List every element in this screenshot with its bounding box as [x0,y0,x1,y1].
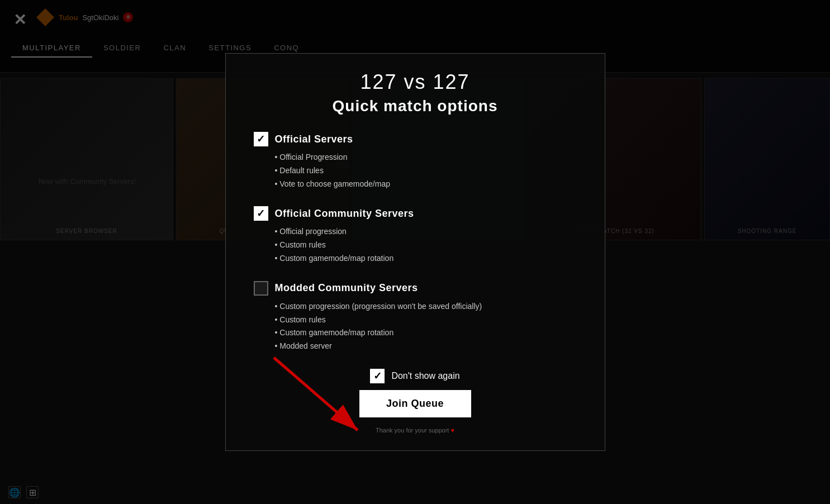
community-bullet-2: Custom rules [275,239,577,252]
official-servers-title: Official Servers [275,134,353,145]
thank-you-text: Thank you for your support ♥ [376,427,454,434]
official-bullet-1: Official Progression [275,151,577,164]
modal-bottom: Don't show again Join Queue Thank you fo… [254,369,577,434]
modded-community-header: Modded Community Servers [254,281,577,296]
official-community-checkbox[interactable] [254,206,268,221]
modded-bullet-1: Custom progression (progression won't be… [275,300,577,313]
modded-bullet-4: Modded server [275,340,577,353]
community-bullet-3: Custom gamemode/map rotation [275,252,577,265]
modded-community-title: Modded Community Servers [275,282,418,294]
official-community-title: Official Community Servers [275,208,414,220]
community-bullet-1: Official progression [275,225,577,239]
modded-bullet-2: Custom rules [275,313,577,327]
modded-community-option: Modded Community Servers Custom progress… [254,281,577,353]
official-community-header: Official Community Servers [254,206,577,221]
official-bullet-2: Default rules [275,164,577,178]
heart-icon: ♥ [451,427,455,434]
official-servers-bullets: Official Progression Default rules Vote … [254,151,577,191]
quick-match-modal: 127 vs 127 Quick match options Official … [225,53,605,451]
modded-bullet-3: Custom gamemode/map rotation [275,326,577,340]
official-community-bullets: Official progression Custom rules Custom… [254,225,577,265]
dont-show-checkbox[interactable] [370,369,385,383]
modded-community-checkbox[interactable] [254,281,268,296]
modal-title-sub: Quick match options [254,97,577,115]
official-servers-option: Official Servers Official Progression De… [254,132,577,191]
join-queue-button[interactable]: Join Queue [359,390,471,417]
official-bullet-3: Vote to choose gamemode/map [275,178,577,191]
official-servers-checkbox[interactable] [254,132,268,146]
official-community-option: Official Community Servers Official prog… [254,206,577,265]
dont-show-label: Don't show again [391,371,459,381]
modded-community-bullets: Custom progression (progression won't be… [254,300,577,353]
dont-show-row: Don't show again [370,369,459,383]
official-servers-header: Official Servers [254,132,577,146]
modal-title-top: 127 vs 127 [254,70,577,94]
